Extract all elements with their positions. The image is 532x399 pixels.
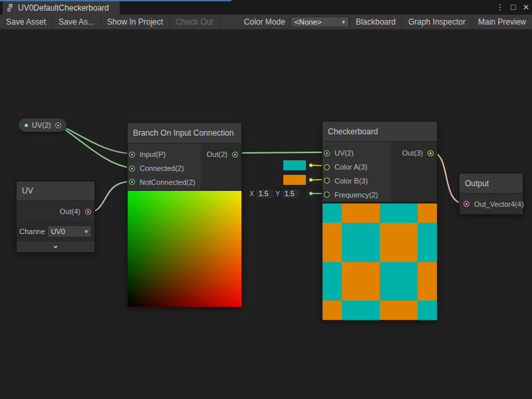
tab-title: UV0DefaultCheckerboard xyxy=(18,3,109,13)
checker-cell xyxy=(323,223,342,261)
port-label-checker-out: Out(3) xyxy=(402,149,423,157)
checker-cell xyxy=(323,262,342,301)
frequency-y-input[interactable]: 1.5 xyxy=(282,190,299,198)
port-branch-notconnected[interactable] xyxy=(129,179,135,185)
branch-node-title: Branch On Input Connection xyxy=(128,123,241,144)
save-as-button[interactable]: Save As... xyxy=(53,15,101,29)
port-checkerboard-frequency[interactable] xyxy=(324,192,330,198)
port-row-output: Out_Vector4(4) xyxy=(460,194,523,214)
graph-toolbar: Save Asset Save As... Show In Project Ch… xyxy=(0,15,532,29)
node-uv[interactable]: UV Out(4) Channe UV0 ▾ ⌄ xyxy=(16,181,95,253)
port-checkerboard-out[interactable] xyxy=(428,150,434,156)
frequency-vector2-field: X 1.5 Y 1.5 xyxy=(247,188,302,199)
graph-inspector-toggle-button[interactable]: Graph Inspector xyxy=(402,15,471,29)
port-checkerboard-colorb[interactable] xyxy=(324,178,330,184)
exposed-property-dot-icon xyxy=(25,124,28,127)
checker-cell xyxy=(342,203,380,223)
tab-bar: UV0DefaultCheckerboard ⋮ □ ✕ xyxy=(0,0,532,15)
tab-uv0defaultcheckerboard[interactable]: UV0DefaultCheckerboard xyxy=(3,1,120,15)
checker-cell xyxy=(418,262,437,301)
dropdown-arrow-icon: ▾ xyxy=(342,19,345,25)
node-branch-on-input-connection[interactable]: Branch On Input Connection Input(P) Conn… xyxy=(127,122,242,307)
checker-cell xyxy=(342,301,380,320)
window-menu-icon[interactable]: ⋮ xyxy=(496,3,504,11)
node-uv-property[interactable]: UV(2) xyxy=(18,118,67,132)
port-branch-input[interactable] xyxy=(129,152,135,158)
port-label-frequency: Frequency(2) xyxy=(334,191,378,199)
checker-cell xyxy=(380,203,418,223)
port-checkerboard-colora[interactable] xyxy=(324,164,330,170)
shader-graph-icon xyxy=(7,4,15,12)
channel-dropdown[interactable]: UV0 ▾ xyxy=(47,225,92,237)
checker-cell xyxy=(380,301,418,320)
color-mode-dropdown[interactable]: <None> ▾ xyxy=(291,17,349,27)
checker-cell xyxy=(418,223,437,261)
node-checkerboard[interactable]: Checkerboard UV(2) Color A(3) Color B(3) xyxy=(322,121,438,321)
checker-cell xyxy=(342,262,380,301)
check-out-button: Check Out xyxy=(170,15,220,29)
main-preview-toggle-button[interactable]: Main Preview xyxy=(471,15,532,29)
port-branch-connected[interactable] xyxy=(129,166,135,172)
port-label-connected: Connected(2) xyxy=(140,164,184,172)
checkerboard-node-title: Checkerboard xyxy=(323,122,437,142)
color-mode-value: <None> xyxy=(295,18,322,26)
channel-row: Channe UV0 ▾ xyxy=(17,222,94,241)
uv-node-title: UV xyxy=(17,182,94,201)
checker-cell xyxy=(380,223,418,261)
save-asset-button[interactable]: Save Asset xyxy=(0,15,53,29)
checker-cell xyxy=(342,223,380,261)
checkerboard-preview xyxy=(323,203,437,320)
checker-cell xyxy=(418,203,437,223)
port-output-vector4[interactable] xyxy=(464,201,469,207)
color-mode-label: Color Mode xyxy=(239,15,291,29)
checker-cell xyxy=(323,203,342,223)
port-label-branch-out: Out(2) xyxy=(207,150,227,158)
port-branch-out[interactable] xyxy=(232,152,238,158)
port-row-uv-out: Out(4) xyxy=(17,201,94,222)
colora-swatch-field[interactable] xyxy=(275,159,307,172)
port-label-input: Input(P) xyxy=(140,150,166,158)
port-uv-property-out[interactable] xyxy=(55,122,61,128)
port-uv-out[interactable] xyxy=(85,209,91,215)
channel-label: Channe xyxy=(19,227,45,235)
colorb-swatch-field[interactable] xyxy=(275,174,307,186)
uv-property-label: UV(2) xyxy=(32,121,51,129)
port-label-output-vector4: Out_Vector4(4) xyxy=(474,200,524,208)
colorb-swatch[interactable] xyxy=(283,175,306,185)
port-label-colorb: Color B(3) xyxy=(334,177,368,185)
port-checkerboard-uv[interactable] xyxy=(324,150,330,156)
frequency-x-label: X xyxy=(249,190,254,198)
window-close-icon[interactable]: ✕ xyxy=(523,3,529,11)
uv-preview xyxy=(128,190,241,307)
port-row-checker-out: Out(3) xyxy=(391,146,437,160)
chevron-down-icon: ⌄ xyxy=(52,242,59,249)
port-label-checker-uv: UV(2) xyxy=(334,149,354,157)
channel-value: UV0 xyxy=(51,227,65,235)
frequency-x-input[interactable]: 1.5 xyxy=(256,190,273,198)
shader-graph-window: UV0DefaultCheckerboard ⋮ □ ✕ Save Asset … xyxy=(0,0,532,399)
port-label-notconnected: NotConnected(2) xyxy=(140,178,196,186)
port-row-branch-out: Out(2) xyxy=(201,148,241,162)
port-row-colora: Color A(3) xyxy=(323,160,391,174)
window-maximize-icon[interactable]: □ xyxy=(511,3,516,11)
port-label-colora: Color A(3) xyxy=(334,163,368,171)
toolbar-spacer xyxy=(220,15,239,29)
port-row-notconnected: NotConnected(2) xyxy=(128,176,201,190)
checker-cell xyxy=(380,262,418,301)
collapse-row[interactable]: ⌄ xyxy=(17,241,94,252)
frequency-y-label: Y xyxy=(275,190,280,198)
port-row-colorb: Color B(3) xyxy=(323,174,391,188)
colora-swatch[interactable] xyxy=(283,160,306,170)
port-row-checker-uv: UV(2) xyxy=(323,146,391,160)
port-row-connected: Connected(2) xyxy=(128,162,201,176)
show-in-project-button[interactable]: Show In Project xyxy=(101,15,170,29)
node-output[interactable]: Output Out_Vector4(4) xyxy=(459,173,523,215)
checker-cell xyxy=(323,301,342,320)
port-row-frequency: Frequency(2) xyxy=(323,188,391,201)
port-label-uv-out: Out(4) xyxy=(60,207,80,215)
output-node-title: Output xyxy=(460,174,523,194)
blackboard-toggle-button[interactable]: Blackboard xyxy=(349,15,402,29)
channel-dropdown-arrow-icon: ▾ xyxy=(84,228,88,235)
checker-cell xyxy=(418,301,437,320)
port-row-input: Input(P) xyxy=(128,148,201,162)
